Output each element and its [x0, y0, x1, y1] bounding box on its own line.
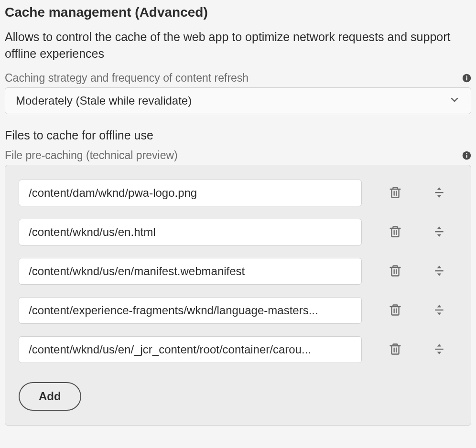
strategy-selected-value: Moderately (Stale while revalidate)	[16, 94, 449, 107]
reorder-icon	[433, 303, 445, 319]
svg-rect-20	[435, 348, 443, 349]
trash-icon	[389, 342, 402, 358]
cache-management-panel: Cache management (Advanced) Allows to co…	[0, 0, 476, 430]
delete-button[interactable]	[388, 303, 402, 318]
file-path-input[interactable]	[19, 336, 362, 363]
row-actions	[388, 186, 446, 200]
strategy-label: Caching strategy and frequency of conten…	[5, 72, 249, 85]
add-button[interactable]: Add	[19, 382, 81, 411]
reorder-button[interactable]	[432, 264, 446, 278]
trash-icon	[389, 185, 402, 201]
file-path-input[interactable]	[19, 258, 362, 285]
row-actions	[388, 342, 446, 357]
file-row	[19, 336, 457, 363]
svg-rect-17	[435, 309, 443, 310]
svg-rect-14	[435, 270, 443, 271]
strategy-select[interactable]: Moderately (Stale while revalidate)	[5, 87, 471, 114]
file-row	[19, 180, 457, 206]
precache-heading: Files to cache for offline use	[5, 128, 471, 142]
info-icon[interactable]	[462, 151, 471, 160]
reorder-button[interactable]	[432, 303, 446, 318]
delete-button[interactable]	[388, 186, 402, 200]
precache-label-row: File pre-caching (technical preview)	[5, 149, 471, 162]
reorder-button[interactable]	[432, 342, 446, 357]
row-actions	[388, 303, 446, 318]
section-description: Allows to control the cache of the web a…	[5, 29, 471, 62]
section-title: Cache management (Advanced)	[5, 5, 471, 20]
row-actions	[388, 225, 446, 239]
file-row	[19, 297, 457, 324]
reorder-icon	[433, 264, 445, 279]
info-icon[interactable]	[462, 74, 471, 83]
trash-icon	[389, 264, 402, 279]
svg-point-2	[466, 75, 467, 77]
delete-button[interactable]	[388, 264, 402, 278]
svg-rect-1	[466, 77, 467, 80]
file-row	[19, 258, 457, 285]
svg-rect-8	[435, 192, 443, 192]
file-path-input[interactable]	[19, 219, 362, 245]
reorder-button[interactable]	[432, 186, 446, 200]
strategy-label-row: Caching strategy and frequency of conten…	[5, 72, 471, 85]
delete-button[interactable]	[388, 225, 402, 239]
precache-panel: Add	[5, 165, 471, 426]
file-path-input[interactable]	[19, 297, 362, 324]
reorder-button[interactable]	[432, 225, 446, 239]
svg-rect-4	[466, 155, 467, 158]
trash-icon	[389, 224, 402, 240]
svg-rect-11	[435, 231, 443, 232]
file-path-input[interactable]	[19, 180, 362, 206]
reorder-icon	[433, 342, 445, 358]
reorder-icon	[433, 185, 445, 201]
delete-button[interactable]	[388, 342, 402, 357]
precache-label: File pre-caching (technical preview)	[5, 149, 178, 162]
trash-icon	[389, 303, 402, 319]
reorder-icon	[433, 224, 445, 240]
chevron-down-icon	[449, 94, 460, 107]
file-row	[19, 219, 457, 245]
row-actions	[388, 264, 446, 278]
svg-point-5	[466, 153, 467, 154]
